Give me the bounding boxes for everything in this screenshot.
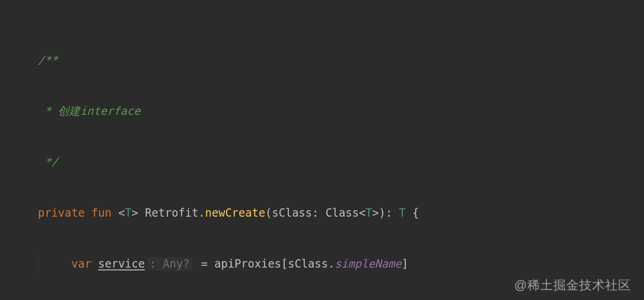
- keyword-fun: fun: [92, 206, 111, 219]
- function-name: newCreate: [205, 206, 265, 219]
- variable-service: service: [98, 257, 145, 270]
- property-simplename: simpleName: [334, 257, 402, 270]
- class-name: Retrofit: [145, 206, 198, 219]
- param-name: sClass: [272, 206, 312, 219]
- return-type: T: [399, 206, 405, 219]
- code-line: /**: [38, 48, 644, 73]
- code-line: * 创建interface: [38, 99, 644, 124]
- type-param: T: [125, 206, 131, 219]
- doc-comment: /**: [38, 54, 58, 67]
- doc-comment: * 创建interface: [38, 105, 140, 118]
- code-line: */: [38, 150, 644, 175]
- type-hint: : Any?: [147, 257, 192, 270]
- param-type: Class: [325, 206, 359, 219]
- variable-apiproxies: apiProxies: [214, 257, 281, 270]
- watermark-text: @稀土掘金技术社区: [514, 277, 631, 294]
- code-line: private fun <T> Retrofit.newCreate(sClas…: [38, 200, 644, 226]
- keyword-private: private: [38, 206, 85, 219]
- keyword-var: var: [71, 257, 91, 270]
- doc-comment: */: [38, 156, 58, 169]
- code-line: var service: Any? = apiProxies[sClass.si…: [38, 251, 644, 277]
- code-editor[interactable]: /** * 创建interface */ private fun <T> Ret…: [0, 0, 644, 300]
